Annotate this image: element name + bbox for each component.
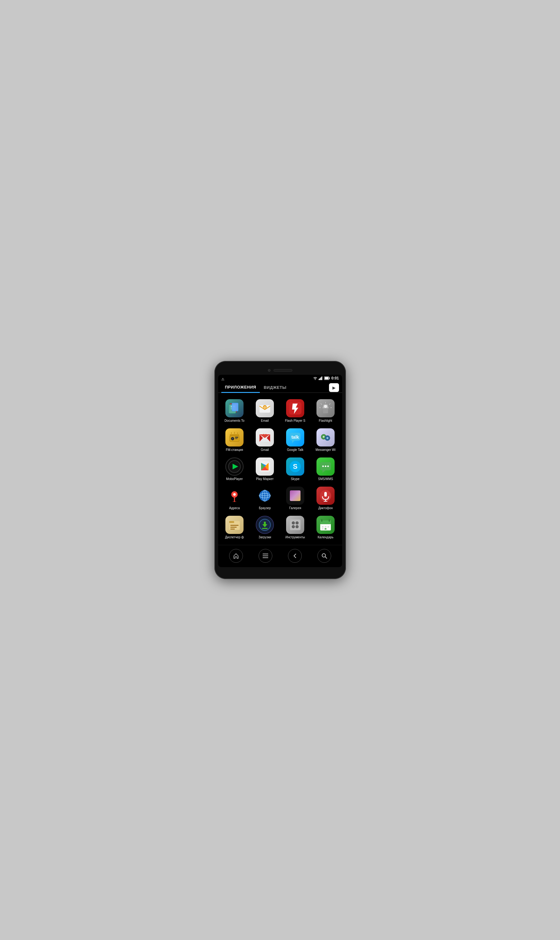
tab-apps[interactable]: ПРИЛОЖЕНИЯ xyxy=(221,383,260,393)
svg-rect-81 xyxy=(322,528,324,529)
phone-device: ⚠ xyxy=(214,361,346,579)
svg-rect-79 xyxy=(325,526,326,528)
app-label-google_talk: Google Talk xyxy=(287,448,304,452)
app-item-calendar[interactable]: Календарь xyxy=(311,512,341,542)
svg-rect-59 xyxy=(324,501,328,502)
app-item-email[interactable]: @Email xyxy=(250,396,280,425)
app-item-tools[interactable]: Инструменты xyxy=(280,512,311,542)
app-item-fm_station[interactable]: FM-станция xyxy=(219,425,250,454)
app-item-flashlight[interactable]: Flashlight xyxy=(311,396,341,425)
svg-point-48 xyxy=(232,501,236,502)
app-label-documents: Documents To xyxy=(225,419,245,423)
svg-rect-78 xyxy=(322,526,324,528)
svg-point-0 xyxy=(315,380,315,380)
status-bar: ⚠ xyxy=(218,375,342,381)
app-item-documents[interactable]: Documents To xyxy=(219,396,250,425)
app-icon-play_market xyxy=(256,457,274,475)
app-item-mobo_player[interactable]: MoboPlayer xyxy=(219,454,250,483)
app-icon-downloads xyxy=(256,516,274,534)
back-icon xyxy=(292,553,298,559)
app-item-google_talk[interactable]: talkGoogle Talk xyxy=(280,425,311,454)
app-icon-fm_station xyxy=(225,428,243,446)
svg-marker-30 xyxy=(292,441,295,443)
app-icon-google_talk: talk xyxy=(286,428,304,446)
speaker-slot xyxy=(274,369,292,372)
wifi-icon xyxy=(313,376,317,380)
svg-rect-68 xyxy=(290,520,300,530)
app-item-downloads[interactable]: Загрузки xyxy=(250,512,280,542)
app-icon-filemanager xyxy=(225,516,243,534)
svg-point-47 xyxy=(233,493,236,496)
home-button[interactable] xyxy=(229,549,243,563)
app-item-sms_mms[interactable]: SMS/MMS xyxy=(311,454,341,483)
app-label-skype: Skype xyxy=(291,477,300,481)
app-item-flash_player[interactable]: Flash Player S xyxy=(280,396,311,425)
app-item-filemanager[interactable]: Диспетчер ф xyxy=(219,512,250,542)
app-label-maps: Адреса xyxy=(229,506,240,510)
app-label-play_market: Play Маркет xyxy=(256,477,274,481)
app-icon-flash_player xyxy=(286,399,304,417)
svg-rect-76 xyxy=(321,519,322,522)
app-icon-gmail: M xyxy=(256,428,274,446)
app-item-browser[interactable]: Браузер xyxy=(250,483,280,512)
svg-rect-25 xyxy=(235,437,238,438)
app-label-flashlight: Flashlight xyxy=(319,419,332,423)
store-icon: ▶ xyxy=(332,385,335,390)
svg-point-45 xyxy=(328,466,329,467)
svg-point-44 xyxy=(325,466,326,467)
search-icon xyxy=(321,553,328,559)
app-icon-dictofon xyxy=(317,486,335,505)
app-item-gmail[interactable]: MGmail xyxy=(250,425,280,454)
menu-button[interactable] xyxy=(258,549,272,563)
signal-icon xyxy=(318,376,323,380)
svg-rect-2 xyxy=(320,378,320,380)
svg-point-70 xyxy=(296,522,298,524)
app-icon-calendar xyxy=(317,516,335,534)
svg-rect-77 xyxy=(329,519,330,522)
app-icon-browser xyxy=(256,486,274,505)
svg-point-33 xyxy=(323,436,325,438)
svg-rect-61 xyxy=(229,521,234,523)
app-icon-skype: S xyxy=(286,457,304,475)
svg-rect-6 xyxy=(329,378,330,379)
svg-point-69 xyxy=(292,522,295,524)
app-item-gallery[interactable]: Галерея xyxy=(280,483,311,512)
bottom-nav xyxy=(218,545,342,567)
app-item-play_market[interactable]: Play Маркет xyxy=(250,454,280,483)
app-label-downloads: Загрузки xyxy=(258,536,271,539)
svg-text:M: M xyxy=(263,433,267,438)
app-icon-email: @ xyxy=(256,399,274,417)
svg-text:S: S xyxy=(293,463,298,470)
app-icon-mobo_player xyxy=(225,457,243,475)
svg-rect-64 xyxy=(231,529,235,529)
svg-rect-26 xyxy=(235,438,238,439)
svg-marker-42 xyxy=(322,470,326,473)
svg-point-35 xyxy=(326,437,328,439)
app-item-messenger[interactable]: Messenger Wi xyxy=(311,425,341,454)
app-item-skype[interactable]: SSkype xyxy=(280,454,311,483)
app-icon-gallery xyxy=(286,486,304,505)
app-label-filemanager: Диспетчер ф xyxy=(225,536,244,539)
svg-rect-75 xyxy=(320,523,331,524)
store-button[interactable]: ▶ xyxy=(329,383,339,392)
svg-rect-80 xyxy=(328,526,329,528)
app-grid: Documents To@EmailFlash Player SFlashlig… xyxy=(218,393,342,545)
app-label-fm_station: FM-станция xyxy=(226,448,243,452)
svg-rect-84 xyxy=(263,556,268,556)
svg-text:@: @ xyxy=(263,406,266,409)
app-icon-maps xyxy=(225,486,243,505)
app-label-sms_mms: SMS/MMS xyxy=(318,477,333,481)
warning-icon: ⚠ xyxy=(221,377,225,381)
phone-screen: ⚠ xyxy=(218,375,342,567)
phone-bottom xyxy=(218,567,342,572)
home-icon xyxy=(233,553,239,559)
svg-line-87 xyxy=(325,557,327,558)
svg-rect-67 xyxy=(262,528,268,529)
search-button[interactable] xyxy=(317,549,331,563)
app-item-dictofon[interactable]: Диктофон xyxy=(311,483,341,512)
tab-widgets[interactable]: ВИДЖЕТЫ xyxy=(260,383,290,392)
app-item-maps[interactable]: Адреса xyxy=(219,483,250,512)
battery-icon xyxy=(324,376,330,380)
back-button[interactable] xyxy=(288,549,302,563)
app-label-mobo_player: MoboPlayer xyxy=(226,477,243,481)
